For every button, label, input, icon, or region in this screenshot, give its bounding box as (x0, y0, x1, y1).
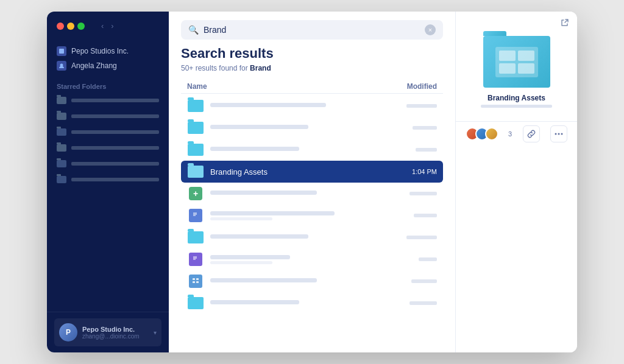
clear-search-button[interactable]: × (425, 24, 436, 35)
list-item[interactable]: + (181, 183, 443, 205)
avatars-group (466, 127, 495, 141)
item-name-bar (210, 103, 326, 107)
avatar-3 (485, 127, 498, 141)
main-content: 🔍 × Search results 50+ results found for… (169, 12, 455, 352)
results-title: Search results (181, 46, 443, 61)
folder-label-bar (71, 114, 159, 118)
item-name-bar (210, 125, 308, 129)
item-text (210, 300, 388, 306)
search-icon: 🔍 (188, 25, 199, 35)
list-item-selected[interactable]: Branding Assets 1:04 PM (181, 161, 443, 183)
company-name: Pepo Studios Inc. (71, 47, 129, 55)
traffic-light-green[interactable] (77, 23, 85, 30)
folder-label-bar (71, 99, 159, 102)
item-name-bar (210, 255, 290, 259)
company-icon (57, 46, 66, 56)
user-name: Angela Zhang (71, 61, 117, 70)
folder-label-bar (71, 130, 159, 134)
sidebar-folder-5[interactable] (53, 157, 163, 170)
item-sub-bar (210, 217, 272, 220)
company-item[interactable]: Pepo Studios Inc. (57, 44, 159, 58)
external-link-icon[interactable] (560, 18, 570, 30)
sheet-icon-wrapper (187, 275, 204, 288)
item-text (210, 191, 388, 197)
doc-icon (189, 209, 202, 222)
preview-actions: 3 (456, 121, 577, 146)
list-item[interactable] (181, 95, 443, 117)
item-text (210, 103, 388, 109)
list-item[interactable] (181, 248, 443, 270)
preview-area: Branding Assets (456, 36, 577, 121)
nav-forward-button[interactable]: › (108, 20, 116, 32)
list-item[interactable] (181, 226, 443, 248)
folder-label-bar (71, 178, 159, 181)
preview-folder-inner (495, 47, 538, 77)
share-count: 3 (508, 130, 512, 138)
plus-icon-wrapper: + (187, 187, 204, 200)
bottom-user-name: Pepo Studio Inc. (82, 326, 149, 333)
list-item[interactable] (181, 270, 443, 292)
item-modified (394, 214, 437, 217)
svg-rect-8 (196, 281, 199, 283)
folder-icon (188, 231, 204, 243)
sidebar-user-card[interactable]: P Pepo Studio Inc. zhang@...dioinc.com ▾ (54, 318, 161, 346)
right-panel: Branding Assets 3 (455, 12, 577, 352)
preview-folder-cell (518, 63, 534, 74)
list-item[interactable] (181, 139, 443, 161)
folder-icon-wrapper (187, 296, 204, 310)
svg-rect-7 (193, 281, 195, 283)
folder-label-bar (71, 162, 159, 166)
preview-title: Branding Assets (488, 94, 545, 102)
folder-icon (188, 122, 204, 134)
svg-rect-4 (191, 277, 200, 285)
list-item[interactable] (181, 205, 443, 226)
search-input[interactable] (204, 25, 420, 35)
traffic-light-red[interactable] (57, 23, 64, 30)
column-name-header: Name (187, 82, 388, 91)
preview-folder-icon (483, 36, 550, 88)
copy-link-button[interactable] (523, 125, 540, 142)
list-item[interactable] (181, 117, 443, 139)
item-text-selected: Branding Assets (210, 166, 388, 177)
sidebar-folder-6[interactable] (53, 173, 163, 186)
sidebar-bottom: P Pepo Studio Inc. zhang@...dioinc.com ▾ (47, 312, 169, 352)
item-modified (394, 126, 437, 130)
sidebar: ‹ › Pepo Studios Inc. Angela Zhang Starr… (47, 12, 169, 352)
doc-icon-wrapper (187, 209, 204, 222)
folder-icon-small (57, 97, 66, 104)
item-sub-bar (210, 261, 272, 264)
traffic-light-yellow[interactable] (67, 23, 74, 30)
more-options-button[interactable] (550, 125, 567, 142)
nav-arrows: ‹ › (98, 20, 117, 32)
nav-back-button[interactable]: ‹ (98, 20, 107, 32)
svg-point-10 (558, 133, 560, 135)
sheet-icon (189, 275, 202, 288)
preview-folder-cell (518, 51, 534, 61)
svg-point-11 (561, 133, 563, 135)
item-name-bar (210, 211, 335, 215)
results-list: Branding Assets 1:04 PM + (181, 95, 443, 314)
item-modified-selected: 1:04 PM (394, 168, 437, 175)
plus-icon: + (189, 187, 202, 200)
sidebar-folder-4[interactable] (53, 141, 163, 155)
item-name-bar (210, 300, 299, 304)
right-panel-header (456, 12, 577, 36)
chevron-down-icon: ▾ (154, 329, 157, 336)
folder-icon (188, 100, 204, 112)
search-bar-area: 🔍 × (169, 12, 455, 46)
sidebar-folder-1[interactable] (53, 94, 163, 107)
list-item[interactable] (181, 292, 443, 314)
item-name-bar (210, 234, 308, 239)
svg-rect-0 (59, 49, 64, 54)
sidebar-folder-2[interactable] (53, 110, 163, 123)
item-text (210, 125, 388, 131)
folder-icon-wrapper (187, 121, 204, 135)
sidebar-folder-3[interactable] (53, 125, 163, 139)
folder-icon-wrapper (187, 231, 204, 244)
item-name-text: Branding Assets (210, 167, 268, 177)
traffic-lights (57, 23, 85, 30)
user-item[interactable]: Angela Zhang (57, 58, 159, 73)
item-modified (394, 192, 437, 195)
folder-icon (188, 144, 204, 156)
folder-icon-small (57, 144, 66, 152)
